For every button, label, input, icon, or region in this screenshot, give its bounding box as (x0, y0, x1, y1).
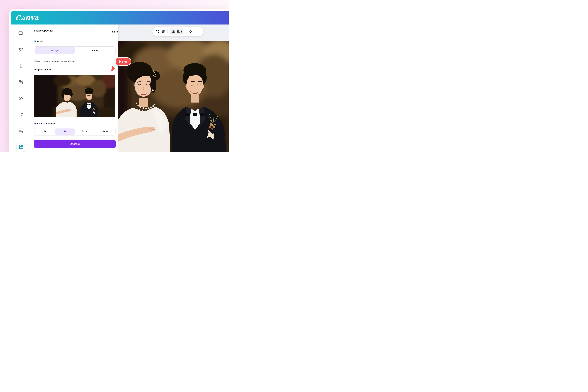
sidebar-item-uploads[interactable] (18, 96, 23, 101)
resolution-option-8x[interactable]: 8x (75, 128, 95, 134)
tab-page[interactable]: Page (75, 48, 115, 54)
page-background: Canva co (0, 0, 229, 152)
ellipsis-icon (112, 31, 113, 32)
delete-button[interactable] (161, 30, 166, 34)
canva-app-window: Canva co (9, 8, 229, 152)
trash-icon (161, 30, 166, 34)
resolution-selector: 2x 4x 8x 16x (34, 128, 116, 136)
svg-text:co: co (20, 82, 22, 84)
resolution-option-2x[interactable]: 2x (35, 128, 55, 134)
uploads-icon (18, 96, 23, 101)
collaborator-name-badge: Peter (115, 57, 131, 66)
premium-crown-icon (106, 130, 108, 132)
toolbar-divider (186, 30, 186, 34)
resolution-option-4x[interactable]: 4x (55, 128, 75, 134)
premium-crown-icon (85, 130, 88, 132)
helper-text: Upload or select an image in your design (34, 60, 75, 62)
app-header: Canva (11, 11, 229, 24)
add-comment-icon (155, 30, 160, 34)
expand-toolbar-button[interactable] (188, 30, 192, 34)
upscale-section-label: Upscale (34, 40, 43, 43)
upscale-mode-toggle: Image Page (34, 46, 116, 55)
sliders-icon (172, 29, 176, 34)
floating-toolbar: Edit (152, 27, 203, 36)
image-upscaler-panel: Image Upscaler Upscale Image Page Upload… (25, 24, 118, 152)
canva-logo: Canva (15, 13, 39, 22)
design-canvas (118, 24, 229, 152)
toolbar-divider (167, 30, 168, 34)
text-icon (18, 63, 23, 68)
resolution-label: Upscale resolution (34, 122, 56, 125)
edit-button-label: Edit (177, 30, 182, 33)
draw-icon (18, 112, 23, 117)
elements-icon (18, 47, 23, 52)
wedding-photo (118, 41, 229, 152)
add-comment-button[interactable] (155, 30, 160, 34)
apps-icon (18, 145, 23, 150)
sidebar-item-elements[interactable] (18, 47, 23, 52)
canvas-image[interactable] (118, 41, 229, 152)
design-icon (18, 31, 23, 36)
panel-title: Image Upscaler (34, 29, 54, 32)
sidebar-item-apps[interactable] (16, 144, 25, 152)
tab-image[interactable]: Image (35, 48, 75, 54)
collaborator-cursor-icon (110, 65, 117, 72)
edit-button[interactable]: Edit (170, 28, 184, 35)
sidebar-item-projects[interactable] (18, 129, 23, 134)
more-options-button[interactable] (111, 31, 118, 33)
sidebar-item-brand[interactable]: co (18, 80, 23, 84)
sidebar-item-design[interactable] (18, 31, 23, 36)
sidebar-item-draw[interactable] (18, 112, 23, 117)
brand-icon: co (18, 80, 23, 84)
original-image-label: Original Image (34, 68, 51, 71)
resolution-option-16x[interactable]: 16x (95, 128, 115, 134)
double-chevron-right-icon (188, 30, 192, 34)
original-image-thumbnail (34, 75, 115, 117)
sidebar-item-text[interactable] (18, 63, 23, 68)
upscale-button[interactable]: Upscale (34, 140, 116, 148)
original-image-photo (34, 75, 115, 117)
projects-icon (18, 129, 23, 134)
